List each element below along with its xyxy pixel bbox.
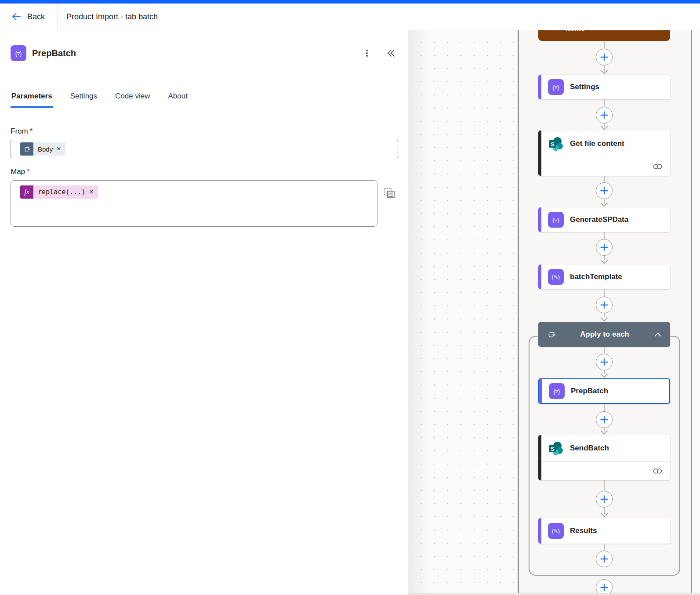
double-chevron-left-icon	[386, 48, 395, 58]
app-accent-strip	[0, 0, 700, 4]
map-input[interactable]: fx replace(...) ×	[11, 180, 377, 227]
sharepoint-icon: S	[548, 136, 564, 152]
connector-line	[604, 256, 605, 260]
remove-token-button[interactable]: ×	[57, 145, 61, 152]
node-settings[interactable]: Settings	[538, 75, 670, 99]
fx-icon: fx	[20, 185, 33, 199]
node-label: GenerateSPData	[570, 215, 628, 224]
node-send-batch[interactable]: S SendBatch	[538, 435, 670, 480]
node-label: PrepBatch	[571, 387, 608, 395]
canvas-bottom-scrollbar-track[interactable]	[409, 593, 700, 595]
connector-line	[604, 480, 605, 492]
select-action-icon	[549, 383, 565, 399]
remove-expression-button[interactable]: ×	[89, 189, 93, 196]
accent-bar	[538, 75, 541, 99]
map-field-label: Map*	[11, 167, 398, 176]
from-field: From* Body ×	[11, 127, 398, 158]
connector-arrow	[600, 70, 608, 75]
connection-link-icon	[653, 163, 663, 170]
from-input[interactable]: Body ×	[11, 140, 398, 158]
tab-about[interactable]: About	[167, 92, 188, 108]
connector-arrow	[600, 203, 608, 207]
panel-tabs: Parameters Settings Code view About	[11, 92, 398, 108]
accent-bar	[539, 379, 542, 403]
flow-title-bar: Back Product Import - tab batch	[0, 4, 700, 30]
insert-action-button[interactable]	[596, 297, 613, 313]
connection-row	[538, 157, 670, 176]
loop-icon	[547, 330, 556, 339]
select-action-icon	[11, 45, 26, 61]
insert-action-button[interactable]	[596, 239, 613, 256]
sharepoint-icon: S	[548, 440, 564, 456]
node-apply-to-each[interactable]: Apply to each	[538, 322, 670, 347]
connector-arrow	[600, 374, 608, 378]
connector-arrow	[600, 260, 608, 265]
insert-action-button[interactable]	[596, 579, 613, 595]
svg-text:S: S	[551, 446, 555, 452]
panel-header: PrepBatch	[11, 45, 398, 61]
connector-line	[604, 41, 605, 50]
compose-action-icon	[548, 523, 564, 539]
back-arrow-icon	[11, 11, 22, 22]
canvas-dotted-gutter-left	[409, 30, 518, 595]
node-label: Results	[570, 526, 597, 535]
expression-text: replace(...)	[38, 188, 85, 196]
token-label: Body	[38, 145, 53, 153]
tab-settings[interactable]: Settings	[69, 92, 98, 108]
node-prep-batch[interactable]: PrepBatch	[538, 378, 670, 404]
node-label: Settings	[570, 83, 599, 91]
accent-bar	[538, 518, 541, 544]
connector-arrow	[600, 430, 608, 435]
node-label: Items	[566, 30, 585, 33]
chevron-up-icon	[654, 332, 661, 337]
select-action-icon	[548, 212, 564, 228]
body-token-chip[interactable]: Body ×	[20, 142, 65, 156]
back-button[interactable]: Back	[0, 4, 57, 30]
connector-arrow	[600, 126, 608, 131]
tab-parameters[interactable]: Parameters	[11, 92, 53, 108]
node-items[interactable]: Items	[538, 30, 670, 41]
expression-token-chip[interactable]: fx replace(...) ×	[20, 185, 98, 199]
accent-bar	[538, 265, 541, 289]
canvas-dotted-gutter-right	[692, 30, 700, 595]
insert-action-button[interactable]	[596, 354, 613, 370]
from-field-label: From*	[11, 127, 398, 136]
collapse-loop-button[interactable]	[653, 331, 662, 337]
accent-bar	[538, 435, 541, 480]
node-get-file-content[interactable]: S Get file content	[538, 131, 670, 176]
table-mode-icon	[383, 186, 396, 200]
collapse-panel-button[interactable]	[384, 46, 398, 60]
insert-action-button[interactable]	[596, 551, 613, 567]
flow-canvas[interactable]: Items Settings S Get file content	[409, 30, 700, 595]
select-action-icon	[548, 79, 564, 95]
insert-action-button[interactable]	[596, 107, 613, 123]
node-generate-spdata[interactable]: GenerateSPData	[538, 207, 670, 232]
back-label: Back	[27, 12, 45, 22]
flow-name: Product Import - tab batch	[58, 12, 158, 22]
accent-bar	[538, 131, 541, 176]
insert-action-button[interactable]	[596, 411, 613, 428]
map-field: Map* fx replace(...) ×	[11, 167, 398, 227]
svg-text:S: S	[551, 141, 555, 148]
node-label: Apply to each	[556, 330, 653, 339]
node-label: batchTemplate	[570, 272, 622, 281]
node-results[interactable]: Results	[538, 518, 670, 544]
node-label: SendBatch	[570, 444, 609, 453]
tab-code-view[interactable]: Code view	[114, 92, 151, 108]
more-options-button[interactable]	[360, 46, 374, 60]
insert-action-button[interactable]	[596, 49, 613, 65]
required-asterisk: *	[27, 167, 30, 176]
switch-to-table-mode-button[interactable]	[383, 186, 396, 201]
connector-line	[604, 313, 605, 317]
accent-bar	[538, 207, 541, 232]
connector-line	[604, 199, 605, 203]
connector-arrow	[600, 513, 608, 518]
apply-to-each-icon	[20, 142, 33, 156]
action-title: PrepBatch	[32, 48, 76, 58]
action-config-panel: PrepBatch Parameters Settings Code view …	[0, 30, 409, 595]
node-label: Get file content	[570, 139, 624, 148]
compose-action-icon	[548, 269, 564, 285]
insert-action-button[interactable]	[596, 182, 613, 199]
insert-action-button[interactable]	[596, 491, 613, 508]
node-batch-template[interactable]: batchTemplate	[538, 265, 670, 289]
